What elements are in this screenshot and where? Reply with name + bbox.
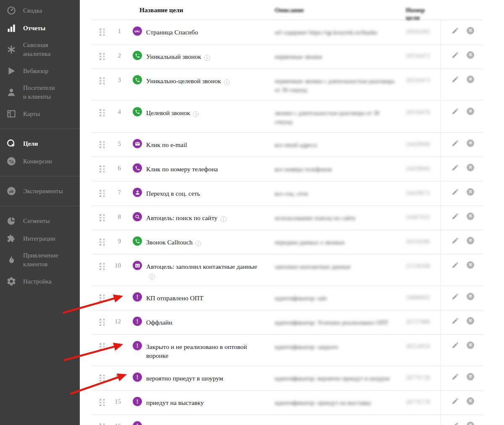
delete-goal-button[interactable]: × — [467, 188, 474, 196]
sidebar-item-nastroika[interactable]: Настройка — [0, 273, 80, 290]
sidebar-item-otchety[interactable]: Отчеты — [0, 19, 80, 37]
edit-goal-button[interactable] — [452, 212, 459, 220]
exclamation-icon: ! — [133, 292, 142, 302]
goal-row: 13 ! Закрыто и не реализовано в оптовой … — [92, 335, 483, 366]
edit-goal-button[interactable] — [452, 397, 459, 405]
goal-description: звонки с длительностью разговора от 30 с… — [268, 101, 400, 132]
drag-handle-icon[interactable] — [100, 109, 106, 116]
goal-name-link[interactable]: Клик по e-mail — [146, 141, 187, 148]
delete-goal-button[interactable]: × — [467, 139, 474, 147]
row-number: 3 — [106, 69, 123, 100]
info-icon[interactable]: i — [149, 274, 155, 280]
drag-handle-icon[interactable] — [100, 214, 106, 221]
edit-goal-button[interactable] — [452, 139, 459, 147]
edit-goal-button[interactable] — [452, 76, 459, 83]
sidebar-item-posetiteli[interactable]: Посетители и клиенты — [0, 80, 80, 105]
drag-handle-icon[interactable] — [100, 399, 106, 406]
row-number: 11 — [106, 286, 123, 310]
delete-goal-button[interactable]: × — [467, 108, 474, 115]
drag-handle-icon[interactable] — [100, 165, 106, 173]
row-number: 15 — [106, 391, 123, 415]
goal-name-link[interactable]: Страница Спасибо — [146, 29, 198, 36]
sidebar-item-karty[interactable]: Карты — [0, 105, 80, 123]
edit-goal-button[interactable] — [452, 237, 459, 244]
delete-goal-button[interactable]: × — [467, 397, 474, 405]
drag-handle-icon[interactable] — [100, 239, 106, 246]
edit-goal-button[interactable] — [452, 108, 459, 115]
delete-goal-button[interactable]: × — [467, 76, 474, 83]
goal-name-link[interactable]: Звонок Calltouch — [146, 239, 192, 246]
drag-handle-icon[interactable] — [100, 343, 106, 350]
drag-handle-icon[interactable] — [100, 423, 106, 425]
delete-goal-button[interactable]: × — [467, 341, 474, 349]
info-icon[interactable]: i — [193, 111, 199, 117]
drag-handle-icon[interactable] — [100, 263, 106, 270]
goal-name-link[interactable]: Клик по номеру телефона — [146, 165, 218, 173]
drag-handle-icon[interactable] — [100, 294, 106, 302]
info-icon[interactable]: i — [195, 241, 201, 247]
edit-goal-button[interactable] — [452, 164, 459, 171]
sidebar-item-svodka[interactable]: Сводка — [0, 2, 80, 19]
info-icon[interactable]: i — [220, 216, 226, 222]
goal-name-link[interactable]: Автоцель: поиск по сайту — [146, 214, 218, 221]
goal-number: 28776778 — [400, 391, 440, 415]
delete-goal-button[interactable]: × — [467, 212, 474, 220]
goal-name-link[interactable]: Переход в соц. сеть — [146, 190, 200, 197]
goal-description: первичные звонки с длительностью разгово… — [268, 69, 400, 100]
sidebar-item-konversii[interactable]: % Конверсии — [0, 152, 80, 170]
sidebar-item-integracii[interactable]: Интеграции — [0, 230, 80, 247]
delete-goal-button[interactable]: × — [467, 261, 474, 269]
edit-goal-button[interactable] — [452, 51, 459, 59]
goal-row: 8 Автоцель: поиск по сайтуi использовани… — [92, 206, 483, 230]
goal-description: идентификатор: приедут на выставку — [268, 391, 400, 415]
delete-goal-button[interactable]: × — [467, 51, 474, 59]
goal-name-link[interactable]: Уникальный звонок — [146, 53, 201, 60]
drag-handle-icon[interactable] — [100, 375, 106, 382]
delete-goal-button[interactable]: × — [467, 422, 474, 425]
goal-name-link[interactable]: Автоцель: заполнил контактные данные — [146, 263, 257, 270]
edit-goal-button[interactable] — [452, 422, 459, 425]
sidebar-item-eksperimenty[interactable]: ab Эксперименты — [0, 182, 80, 200]
info-icon[interactable]: i — [224, 79, 230, 85]
goal-name-link[interactable]: вероятно приедут в шоурум — [146, 375, 223, 382]
delete-goal-button[interactable]: × — [467, 164, 474, 171]
delete-goal-button[interactable]: × — [467, 373, 474, 380]
row-number: 13 — [106, 335, 123, 366]
delete-goal-button[interactable]: × — [467, 237, 474, 244]
sidebar-item-analytika[interactable]: Сквозная аналитика — [0, 37, 80, 62]
sidebar-item-segmenty[interactable]: Сегменты — [0, 212, 80, 230]
info-icon[interactable]: i — [204, 55, 210, 61]
goal-row: 16 ! i × — [92, 415, 483, 425]
edit-goal-button[interactable] — [452, 188, 459, 196]
edit-goal-button[interactable] — [452, 27, 459, 34]
drag-handle-icon[interactable] — [100, 77, 106, 84]
sidebar-item-webvisor[interactable]: Вебвизор — [0, 62, 80, 80]
delete-goal-button[interactable]: × — [467, 317, 474, 325]
drag-handle-icon[interactable] — [100, 141, 106, 148]
edit-goal-button[interactable] — [452, 317, 459, 325]
drag-handle-icon[interactable] — [100, 29, 106, 36]
goal-name-link[interactable]: Уникально-целевой звонок — [146, 77, 221, 84]
goal-description — [268, 415, 400, 425]
delete-goal-button[interactable]: × — [467, 27, 474, 34]
goal-name-link[interactable]: КП отправлено ОПТ — [146, 294, 203, 302]
goal-name-link[interactable]: приедут на выставку — [146, 399, 204, 406]
call-icon — [133, 75, 142, 84]
edit-goal-button[interactable] — [452, 341, 459, 349]
goal-description: все email адреса — [268, 133, 400, 157]
goal-name-link[interactable]: Закрыто и не реализовано в оптовой ворон… — [146, 343, 247, 359]
edit-goal-button[interactable] — [452, 373, 459, 380]
goal-name-link[interactable]: Целевой звонок — [146, 109, 190, 116]
delete-goal-button[interactable]: × — [467, 293, 474, 300]
drag-handle-icon[interactable] — [100, 319, 106, 326]
edit-goal-button[interactable] — [452, 261, 459, 269]
drag-handle-icon[interactable] — [100, 53, 106, 60]
goal-description: идентификатор: sale — [268, 286, 400, 310]
goal-number: 26727880 — [400, 310, 440, 334]
sidebar-item-privlechenie[interactable]: Привлечение клиентов — [0, 247, 80, 273]
sidebar-item-label: Интеграции — [23, 234, 55, 243]
drag-handle-icon[interactable] — [100, 190, 106, 197]
edit-goal-button[interactable] — [452, 293, 459, 300]
goal-name-link[interactable]: Оффлайн — [146, 319, 172, 326]
sidebar-item-tseli[interactable]: Цели — [0, 135, 80, 152]
